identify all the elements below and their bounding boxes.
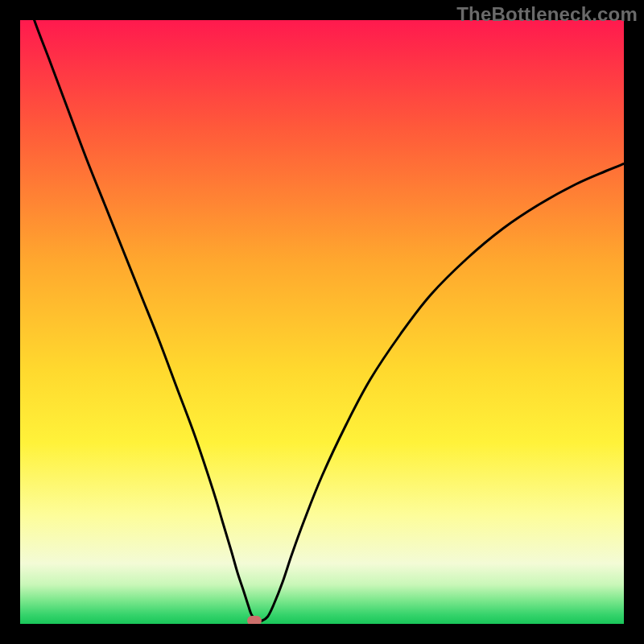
watermark-text: TheBottleneck.com [456, 3, 638, 26]
optimal-marker [247, 616, 262, 624]
bottleneck-curve [20, 20, 624, 624]
plot-area [20, 20, 624, 624]
chart-frame: TheBottleneck.com [0, 0, 644, 644]
